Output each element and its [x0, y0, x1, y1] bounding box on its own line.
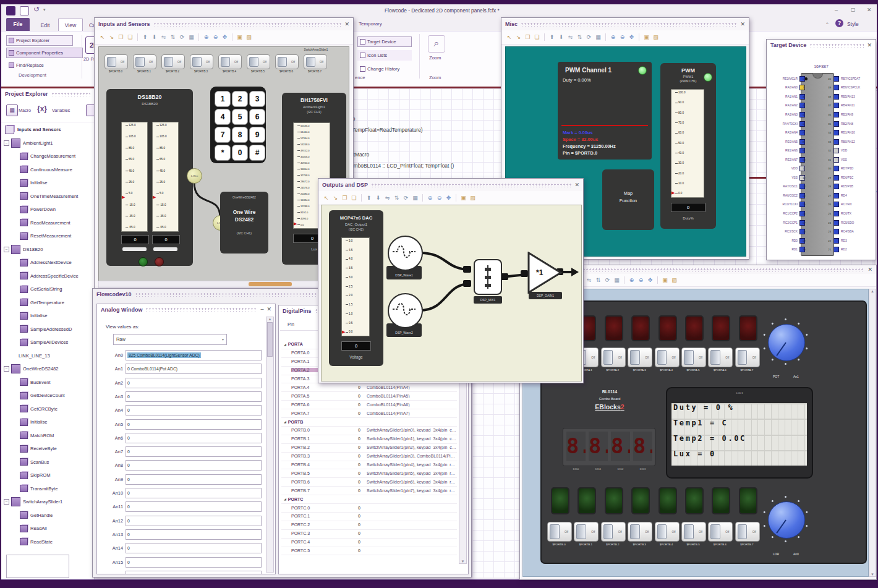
dsp-gain-block[interactable]: *1 — [527, 252, 563, 294]
tree-item-initialise[interactable]: Initialise — [1, 415, 94, 429]
analog-value-field[interactable]: 0 — [126, 488, 262, 498]
analog-value-field[interactable]: 0 — [126, 391, 262, 402]
tree-item-busevent[interactable]: BusEvent — [1, 376, 94, 390]
pin-connector-icon[interactable] — [833, 130, 839, 135]
select-icon[interactable]: ↖ — [322, 194, 330, 202]
close-icon[interactable]: ✕ — [344, 22, 349, 27]
icon-lists-checkbox[interactable]: Icon Lists — [357, 50, 412, 61]
tree-item-addressnextdevice[interactable]: AddressNextDevice — [1, 256, 94, 270]
group-icon[interactable]: ▦ — [613, 276, 621, 284]
zoom-icon[interactable]: ⌕ — [428, 35, 445, 53]
analog-value-field[interactable]: 0 — [126, 474, 262, 485]
tree-item-addressspecificdevice[interactable]: AddressSpecificDevice — [1, 270, 94, 283]
analog-value-field[interactable]: 825 ComboBL0114(LightSensor ADC) — [126, 350, 262, 360]
digital-row-PORTC.3[interactable]: PORTC.30 — [281, 529, 457, 539]
flip-h-icon[interactable]: ⇋ — [160, 33, 168, 41]
keypad-key-8[interactable]: 8 — [232, 127, 248, 143]
tree-item-matchrom[interactable]: MatchROM — [1, 429, 94, 443]
group-icon[interactable]: ▦ — [594, 33, 602, 41]
help-icon[interactable]: ? — [835, 19, 843, 27]
pin-connector-icon[interactable] — [833, 103, 839, 108]
input-switch[interactable]: Off — [190, 54, 213, 69]
tree-item-initialise[interactable]: Initialise — [1, 176, 94, 190]
pin-connector-icon[interactable] — [833, 238, 839, 244]
pin-connector-icon[interactable] — [833, 121, 839, 127]
maximize-button[interactable]: ▢ — [851, 7, 856, 12]
multi-select-icon[interactable]: ↘ — [514, 33, 522, 41]
input-switch[interactable]: Off — [218, 54, 242, 69]
flip-v-icon[interactable]: ⇅ — [169, 33, 177, 41]
tree-item-gethandle[interactable]: GetHandle — [1, 509, 94, 522]
ds18b20-panel[interactable]: DS18B20 DS18B20 125.0105.085.065.045.025… — [106, 89, 193, 266]
analog-value-field[interactable]: 0 — [126, 571, 262, 574]
multi-select-icon[interactable]: ↘ — [108, 33, 116, 41]
bring-front-icon[interactable]: ⬆ — [365, 194, 373, 202]
rotate-icon[interactable]: ⟳ — [585, 33, 593, 41]
board-switch[interactable]: Off — [547, 522, 572, 542]
pan-icon[interactable]: ✥ — [628, 33, 636, 41]
analog-value-field[interactable]: 0 — [126, 405, 262, 415]
pot-knob[interactable] — [768, 324, 805, 361]
save-icon[interactable] — [20, 6, 29, 15]
keypad-key-5[interactable]: 5 — [232, 109, 248, 125]
tree-item-readmeasurement[interactable]: ReadMeasurement — [1, 216, 94, 230]
digital-row-PORTB.2[interactable]: PORTB.20SwitchArraySlider1(pin2), keypad… — [281, 443, 457, 453]
board-switch[interactable]: Off — [681, 522, 706, 542]
target-device-window[interactable]: Target Device ✕ 16F887 RE3/MCLRRA0/AN0RA… — [766, 39, 876, 260]
flip-v-icon[interactable]: ⇅ — [594, 276, 602, 284]
group-icon[interactable]: ▦ — [411, 194, 419, 202]
expander-icon[interactable]: – — [4, 247, 9, 252]
board-switch[interactable]: Off — [735, 522, 760, 542]
digital-row-PORTB.7[interactable]: PORTB.70SwitchArraySlider1(pin7), keypad… — [281, 486, 457, 495]
tree-item-getcrcbyte[interactable]: GetCRCByte — [1, 403, 94, 416]
tree-item-samplealldevices[interactable]: SampleAllDevices — [1, 336, 94, 349]
tree-item-powerdown[interactable]: PowerDown — [1, 203, 94, 216]
flip-v-icon[interactable]: ⇅ — [393, 194, 401, 202]
input-switch[interactable]: Off — [247, 54, 270, 69]
keypad-key-7[interactable]: 7 — [215, 127, 231, 143]
keypad-key-4[interactable]: 4 — [215, 109, 231, 125]
tree-item-ds18b20[interactable]: –DS18B20 — [1, 243, 94, 257]
digital-row-PORTA.6[interactable]: PORTA.60ComboBL0114(PinA6) — [281, 400, 457, 409]
digital-row-PORTC.5[interactable]: PORTC.50 — [281, 547, 457, 556]
find-replace-button[interactable]: Find/Replace — [6, 60, 63, 70]
variables-icon[interactable]: {x} — [37, 104, 47, 113]
tree-item-getdevicecount[interactable]: GetDeviceCount — [1, 389, 94, 403]
zoom-out-icon[interactable]: ⊖ — [637, 276, 645, 284]
close-icon[interactable]: ✕ — [574, 182, 579, 188]
zoom-button-label[interactable]: Zoom — [429, 55, 441, 61]
scrollbar-thumb[interactable] — [267, 322, 273, 357]
tree-item-switcharrayslider1[interactable]: –SwitchArraySlider1 — [1, 495, 94, 509]
analog-value-field[interactable]: 0 — [126, 446, 262, 457]
flip-v-icon[interactable]: ⇅ — [576, 33, 584, 41]
rotate-icon[interactable]: ⟳ — [402, 194, 410, 202]
flip-h-icon[interactable]: ⇋ — [383, 194, 391, 202]
project-explorer-header[interactable]: Project Explorer — [1, 88, 94, 100]
delete-icon[interactable]: ▨ — [469, 194, 477, 202]
minimize-button[interactable]: – — [835, 7, 838, 13]
dac-panel[interactable]: MCP47x6 DAC DAC_Output1 (I2C CH2) 5.04.5… — [329, 210, 383, 366]
keypad-key-1[interactable]: 1 — [215, 91, 231, 107]
map-function-block[interactable]: Map Function — [602, 169, 654, 230]
rotate-icon[interactable]: ⟳ — [178, 33, 186, 41]
lock-icon[interactable]: ▣ — [459, 194, 467, 202]
pan-icon[interactable]: ✥ — [445, 194, 453, 202]
undo-icon[interactable]: ↺ — [33, 5, 40, 14]
board-switch[interactable]: Off — [735, 347, 760, 367]
zoom-in-icon[interactable]: ⊕ — [202, 33, 210, 41]
paste-icon[interactable]: ❏ — [126, 33, 134, 41]
expander-icon[interactable]: ◢ — [284, 497, 286, 501]
pin-connector-icon[interactable] — [833, 85, 839, 90]
bring-front-icon[interactable]: ⬆ — [548, 33, 556, 41]
keypad-key-#[interactable]: # — [249, 145, 265, 161]
paste-icon[interactable]: ❏ — [533, 33, 541, 41]
tree-item-gettemperature[interactable]: GetTemperature — [1, 296, 94, 310]
board-switch[interactable]: Off — [655, 522, 680, 542]
pin-connector-icon[interactable] — [833, 211, 839, 216]
pan-icon[interactable]: ✥ — [221, 33, 229, 41]
board-switch[interactable]: Off — [708, 522, 733, 542]
inputs-window-titlebar[interactable]: Inputs and Sensors ✕ — [95, 18, 353, 30]
wire-node[interactable]: 1-Wire — [187, 168, 202, 184]
tree-item-getserialstring[interactable]: GetSerialString — [1, 283, 94, 296]
digital-row-PORTC.1[interactable]: PORTC.10 — [281, 512, 457, 521]
